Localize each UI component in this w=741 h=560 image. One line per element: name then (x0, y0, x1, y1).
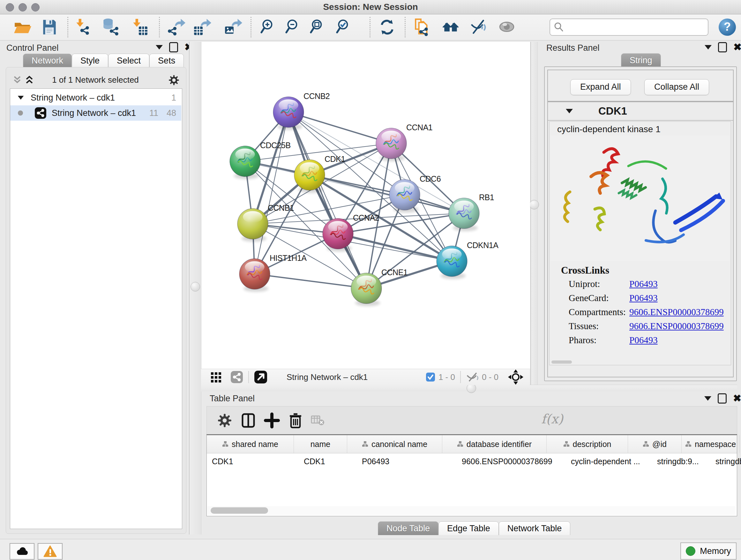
panel-menu-icon[interactable] (704, 45, 712, 50)
expand-all-chevron-icon[interactable] (24, 75, 35, 85)
table-scrollbar-thumb[interactable] (211, 507, 268, 514)
birdseye-crosshair-icon[interactable] (508, 369, 524, 385)
crosslink-link[interactable]: 9606.ENSP00000378699 (629, 307, 724, 317)
float-panel-icon[interactable] (718, 393, 727, 403)
network-edge[interactable] (255, 274, 366, 288)
network-edge[interactable] (310, 175, 464, 213)
crosslink-link[interactable]: P06493 (629, 293, 658, 303)
tab-network-table[interactable]: Network Table (499, 521, 570, 535)
column-header-shared-name[interactable]: shared name (207, 435, 294, 453)
network-edge[interactable] (288, 112, 391, 143)
left-splitter[interactable] (189, 42, 201, 535)
export-image-icon[interactable] (224, 18, 242, 37)
warning-status-button[interactable] (38, 543, 63, 560)
network-options-gear-icon[interactable] (167, 74, 180, 86)
zoom-in-icon[interactable] (259, 18, 278, 37)
tab-network[interactable]: Network (23, 54, 72, 67)
network-node-HIST1H1A[interactable]: HIST1H1A (239, 253, 307, 292)
tab-string[interactable]: String (621, 53, 661, 67)
network-node-CDC6[interactable]: CDC6 (389, 174, 441, 212)
bottom-splitter[interactable] (201, 385, 737, 391)
network-node-CDK1[interactable]: CDK1 (294, 154, 345, 193)
selected-checkbox-icon[interactable] (426, 372, 435, 382)
delete-column-icon[interactable] (287, 412, 304, 429)
export-table-icon[interactable] (193, 18, 211, 37)
expand-all-button[interactable]: Expand All (570, 79, 631, 95)
help-button[interactable]: ? (719, 18, 736, 36)
collapse-all-chevron-icon[interactable] (12, 75, 23, 85)
search-input[interactable] (549, 18, 709, 36)
view-grid-icon[interactable] (210, 371, 223, 383)
column-header-namespace[interactable]: namespace (682, 435, 740, 453)
table-panel: Table Panel ✖ (206, 391, 737, 537)
open-in-new-window-icon[interactable] (254, 370, 267, 384)
export-network-icon[interactable] (167, 18, 185, 37)
column-header-description[interactable]: description (547, 435, 628, 453)
cdk1-entry-header[interactable]: CDK1 (548, 102, 733, 121)
crosslinks-scrollbar[interactable] (551, 361, 572, 364)
network-node-RB1[interactable]: RB1 (449, 193, 494, 231)
table-cell[interactable]: cyclin-dependent ... (566, 453, 652, 469)
close-panel-icon[interactable]: ✖ (733, 394, 741, 402)
table-options-gear-icon[interactable] (216, 412, 233, 429)
tab-sets[interactable]: Sets (149, 54, 184, 67)
crosslinks-title: CrossLinks (561, 265, 609, 276)
add-column-icon[interactable] (264, 412, 280, 429)
network-collection-row[interactable]: String Network – cdk1 1 (10, 90, 181, 105)
crosslink-link[interactable]: 9606.ENSP00000378699 (629, 321, 724, 331)
column-header-database-identifier[interactable]: database identifier (442, 435, 547, 453)
tab-select[interactable]: Select (108, 54, 149, 67)
tab-node-table[interactable]: Node Table (378, 521, 439, 535)
collection-expander-icon[interactable] (18, 96, 24, 100)
tab-style[interactable]: Style (72, 54, 108, 67)
table-scrollbar-track[interactable] (207, 506, 736, 515)
network-node-CDKN1A[interactable]: CDKN1A (436, 241, 498, 279)
node-label-CDC25B: CDC25B (260, 141, 291, 150)
tab-edge-table[interactable]: Edge Table (439, 521, 499, 535)
save-session-icon[interactable] (40, 18, 59, 37)
table-row[interactable]: CDK1CDK1P064939606.ENSP00000378699cyclin… (207, 453, 737, 469)
network-row[interactable]: String Network – cdk1 11 48 (10, 105, 181, 121)
close-panel-icon[interactable]: ✖ (733, 43, 741, 51)
column-header-name[interactable]: name (294, 435, 347, 453)
show-all-icon[interactable] (497, 18, 516, 37)
apply-layout-icon[interactable] (378, 18, 396, 37)
float-panel-icon[interactable] (718, 42, 727, 52)
table-cell[interactable]: stringdb:9... (652, 453, 711, 469)
crosslink-link[interactable]: P06493 (629, 335, 658, 346)
cloud-status-button[interactable] (10, 543, 35, 560)
table-cell[interactable]: 9606.ENSP00000378699 (457, 453, 566, 469)
left-splitter-handle[interactable] (191, 282, 200, 292)
network-node-CCNB1[interactable]: CCNB1 (238, 203, 294, 242)
table-cell[interactable]: P06493 (357, 453, 457, 469)
memory-button[interactable]: Memory (680, 543, 737, 560)
gene-name: CDK1 (598, 105, 627, 117)
home-icon[interactable] (441, 18, 460, 37)
entry-expander-icon[interactable] (566, 109, 573, 113)
crosslink-link[interactable]: P06493 (629, 279, 658, 289)
column-header-canonical-name[interactable]: canonical name (347, 435, 442, 453)
table-cell[interactable]: CDK1 (207, 453, 299, 469)
import-table-file-icon[interactable] (130, 18, 149, 37)
import-network-file-icon[interactable] (73, 18, 92, 37)
show-columns-icon[interactable] (240, 412, 257, 429)
table-cell[interactable]: stringdb (711, 453, 741, 469)
right-splitter[interactable] (530, 42, 538, 385)
network-canvas[interactable]: CCNB2CCNA1CDC25BCDK1CDC6RB1CCNB1CCNA2CDK… (201, 42, 530, 369)
float-panel-icon[interactable] (169, 42, 178, 52)
table-cell[interactable]: CDK1 (299, 453, 357, 469)
import-network-database-icon[interactable] (102, 18, 120, 37)
zoom-out-icon[interactable] (284, 18, 302, 37)
zoom-selected-icon[interactable] (335, 18, 353, 37)
network-edge[interactable] (255, 112, 288, 274)
collapse-all-button[interactable]: Collapse All (644, 79, 709, 95)
column-header--id[interactable]: @id (628, 435, 682, 453)
panel-menu-icon[interactable] (704, 396, 711, 401)
open-session-icon[interactable] (13, 18, 31, 37)
zoom-fit-icon[interactable] (309, 18, 327, 37)
hide-selected-icon[interactable] (469, 18, 487, 37)
network-from-document-icon[interactable] (413, 18, 431, 37)
share-view-icon[interactable] (230, 371, 243, 383)
right-splitter-handle[interactable] (529, 200, 539, 209)
panel-menu-icon[interactable] (156, 45, 163, 50)
